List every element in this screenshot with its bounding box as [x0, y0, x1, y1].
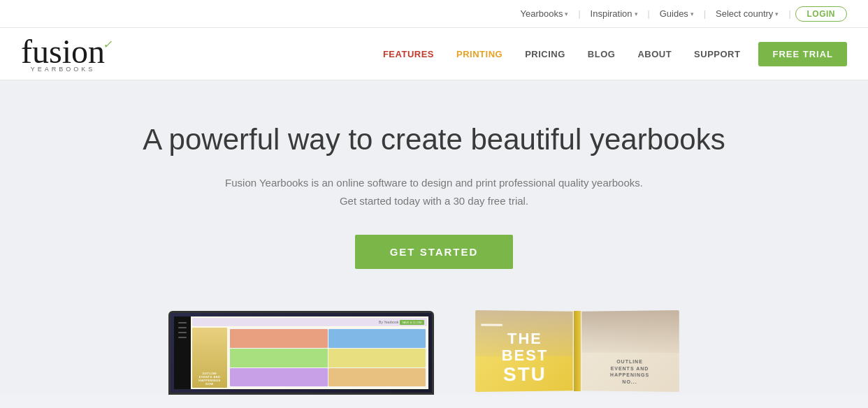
chevron-down-icon: ▾ [775, 10, 779, 17]
login-button[interactable]: LOGIN [795, 6, 848, 22]
nav-links: FEATURES PRINTING PRICING BLOG ABOUT SUP… [372, 42, 847, 66]
hero-section: A powerful way to create beautiful yearb… [0, 80, 868, 395]
chevron-down-icon: ▾ [565, 10, 568, 17]
main-nav: fusion YEARBOOKS ✓ FEATURES PRINTING PRI… [0, 28, 868, 80]
topbar-yearbooks[interactable]: Yearbooks ▾ [514, 8, 574, 19]
nav-printing[interactable]: PRINTING [445, 49, 514, 59]
get-started-button[interactable]: GET STARTED [355, 235, 514, 269]
hero-headline: A powerful way to create beautiful yearb… [120, 122, 748, 157]
logo[interactable]: fusion YEARBOOKS ✓ [21, 35, 105, 73]
topbar-guides[interactable]: Guides ▾ [654, 8, 700, 19]
hero-images: By Yearbook SAVE & CLOSE OUTLINEEVENTS A… [14, 304, 854, 395]
nav-features[interactable]: FEATURES [372, 49, 445, 59]
nav-blog[interactable]: BLOG [577, 49, 627, 59]
top-bar-nav: Yearbooks ▾ | Inspiration ▾ | Guides ▾ |… [514, 6, 847, 22]
topbar-inspiration[interactable]: Inspiration ▾ [585, 8, 644, 19]
chevron-down-icon: ▾ [635, 10, 638, 17]
logo-sub: YEARBOOKS [21, 66, 105, 73]
top-bar: Yearbooks ▾ | Inspiration ▾ | Guides ▾ |… [0, 0, 868, 28]
nav-support[interactable]: SUPPORT [683, 49, 751, 59]
nav-pricing[interactable]: PRICING [514, 49, 577, 59]
laptop-mockup: By Yearbook SAVE & CLOSE OUTLINEEVENTS A… [168, 311, 434, 395]
logo-script: fusion [21, 35, 105, 68]
free-trial-button[interactable]: FREE TRIAL [758, 42, 847, 66]
nav-about[interactable]: ABOUT [626, 49, 683, 59]
logo-leaf-icon: ✓ [103, 38, 112, 51]
hero-subtext: Fusion Yearbooks is an online software t… [14, 174, 854, 210]
topbar-select-country[interactable]: Select country ▾ [710, 8, 784, 19]
book-mockup: THEBESTSTU OUTLINEEVENTS ANDHAPPENINGSNO… [476, 311, 700, 395]
chevron-down-icon: ▾ [690, 10, 694, 17]
